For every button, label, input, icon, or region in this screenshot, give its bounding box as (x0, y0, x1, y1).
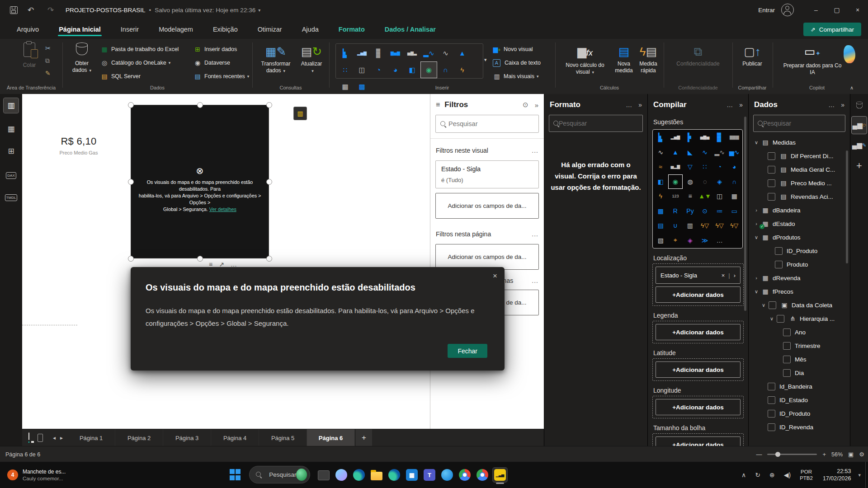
chevron-expanded-icon[interactable]: ∨ (753, 140, 760, 145)
table-view-icon[interactable]: ▦ (4, 122, 19, 136)
field-tree-item[interactable]: ▤Dif Percent Di... (749, 149, 850, 163)
tmdl-view-icon[interactable]: TMDL (4, 190, 19, 205)
qa-visual-icon[interactable]: ϟ (454, 61, 471, 78)
qa-visual-icon[interactable]: ϟ (653, 189, 668, 204)
selected-map-visual[interactable]: ⊗ Os visuais do mapa e do mapa preenchid… (131, 105, 269, 258)
dialog-close-icon[interactable]: × (493, 272, 497, 281)
ai-funnel-icon[interactable]: ϟ▽ (698, 218, 712, 233)
add-data-button[interactable]: +Adicionar dados (656, 436, 741, 446)
filter-card-estado-sigla[interactable]: Estado - Sigla é (Tudo) (435, 160, 539, 188)
text-box-button[interactable]: A Caixa de texto (493, 58, 541, 68)
refresh-button[interactable]: ▤↻ Atualizar ▾ (296, 42, 327, 75)
line-stacked-column-chart-icon[interactable]: ▅∿ (727, 145, 742, 160)
menu-dados-analisar[interactable]: Dados / Analisar (384, 22, 437, 37)
minimize-button[interactable]: – (806, 0, 826, 20)
clustered-column-chart-icon[interactable]: ▅▇▅ (698, 130, 712, 145)
format-search-box[interactable] (549, 115, 643, 132)
excel-workbook-button[interactable]: ▦ Pasta de trabalho do Excel (100, 44, 179, 54)
100-stacked-bar-chart-icon[interactable]: ▇▇▇ (712, 130, 727, 145)
azure-map-icon[interactable]: ◈ (712, 174, 727, 189)
zoom-out-icon[interactable]: — (756, 451, 762, 458)
table-icon[interactable]: ▦ (337, 78, 354, 95)
field-tree-item[interactable]: ID_Revenda (749, 420, 850, 434)
news-widget[interactable]: 4 Manchete de es... Cauly comemor... (7, 469, 66, 481)
donut-chart-icon[interactable]: ◕ (387, 61, 404, 78)
clustered-bar-chart-icon[interactable]: ▃▆▃ (683, 130, 698, 145)
save-icon[interactable] (10, 6, 18, 14)
stacked-bar-chart-icon[interactable]: ▂▅▇ (337, 45, 354, 61)
resize-handle[interactable] (266, 256, 272, 262)
field-tree-item[interactable]: ›▦dRevenda (749, 271, 850, 285)
filled-map-icon[interactable]: ◍ (683, 174, 698, 189)
field-chip[interactable]: Estado - Sigla×|› (656, 267, 741, 284)
maximize-button[interactable]: ▢ (826, 0, 847, 20)
data-search-input[interactable] (762, 119, 846, 127)
kpi-icon[interactable]: ▲▼ (698, 189, 712, 204)
field-tree-item[interactable]: Trimestre (749, 339, 850, 352)
page-tab-2[interactable]: Página 2 (115, 429, 163, 446)
field-checkbox[interactable] (768, 152, 775, 160)
ai-area-funnel-icon[interactable]: ϟ▽ (712, 218, 727, 233)
dialog-close-button[interactable]: Fechar (448, 344, 487, 358)
copilot-app-icon[interactable] (334, 468, 349, 482)
title-dropdown-icon[interactable]: ▾ (258, 8, 260, 13)
account-avatar[interactable] (781, 4, 794, 16)
waterfall-chart-icon[interactable]: ▅▂▇ (668, 160, 683, 174)
transform-data-button[interactable]: ▦✎ Transformar dados▾ (258, 42, 294, 75)
add-data-button[interactable]: +Adicionar dados (656, 324, 741, 340)
field-checkbox[interactable] (768, 410, 775, 418)
get-data-button[interactable]: Obter dados▾ (68, 42, 96, 74)
remove-field-icon[interactable]: × (722, 272, 725, 279)
ai-filter-funnel-icon[interactable]: ϟ▽ (727, 218, 742, 233)
paste-button[interactable]: Colar (17, 42, 42, 69)
network-icon[interactable]: ⊕ (765, 471, 779, 479)
gallery-expand-icon[interactable]: ▾ (484, 57, 487, 63)
cut-icon[interactable]: ✂ (45, 44, 51, 52)
line-clustered-column-chart-icon[interactable]: ▂∿ (420, 45, 437, 61)
zoom-slider[interactable] (767, 454, 817, 455)
add-data-fields-button[interactable]: Adicionar os campos de da... (435, 193, 539, 219)
clock[interactable]: 22:53 17/02/2026 (817, 468, 857, 482)
teams-icon[interactable]: T (422, 468, 437, 482)
taskbar-search[interactable]: Pesquisar (249, 466, 310, 483)
add-data-button[interactable]: +Adicionar dados (656, 361, 741, 378)
field-checkbox[interactable] (775, 247, 783, 255)
field-checkbox[interactable] (768, 383, 775, 390)
add-data-button[interactable]: +Adicionar dados (656, 286, 741, 303)
collapse-ribbon-icon[interactable]: ∧ (850, 85, 854, 91)
power-automate-icon[interactable]: ≫ (698, 233, 712, 248)
field-tree-item[interactable]: ›▦dBandeira (749, 203, 850, 217)
desktop-layout-icon[interactable] (28, 433, 29, 443)
share-button[interactable]: ⇗ Compartilhar (803, 23, 861, 36)
slicer-icon[interactable]: ◫ (354, 61, 370, 78)
field-checkbox[interactable] (768, 423, 775, 431)
field-checkbox[interactable] (768, 396, 775, 404)
tray-expand-icon[interactable]: ∧ (737, 471, 750, 479)
field-tree-item[interactable]: ▤Revendas Aci... (749, 190, 850, 203)
chrome-browser-icon[interactable] (458, 468, 472, 482)
next-page-icon[interactable]: ▸ (60, 435, 63, 441)
kpi-card-visual[interactable]: R$ 6,10 Preco Medio Gas (29, 136, 128, 155)
add-page-button[interactable]: + (356, 429, 372, 446)
section-more-icon[interactable]: ... (532, 277, 538, 284)
menu-ajuda[interactable]: Ajuda (301, 22, 320, 37)
field-options-icon[interactable]: › (734, 272, 736, 279)
pie-chart-icon[interactable]: ◔ (712, 160, 727, 174)
chrome-browser-2-icon[interactable] (475, 468, 490, 482)
field-checkbox[interactable] (783, 356, 791, 363)
gauge-icon[interactable]: ∩ (437, 61, 454, 78)
card-visual-icon[interactable]: 123 (668, 189, 683, 204)
format-search-input[interactable] (558, 119, 642, 127)
data-search-box[interactable] (753, 115, 845, 132)
more-visuals-button[interactable]: ▥ Mais visuais▾ (493, 71, 539, 81)
resize-handle[interactable] (128, 179, 134, 185)
report-view-icon[interactable]: ▥ (4, 98, 19, 113)
resize-handle[interactable] (197, 102, 203, 108)
stacked-area-chart-icon[interactable]: ◣ (683, 145, 698, 160)
matrix-icon[interactable]: ▩ (354, 78, 370, 95)
menu-inserir[interactable]: Inserir (120, 22, 140, 37)
page-tab-3[interactable]: Página 3 (163, 429, 211, 446)
dataverse-button[interactable]: ◉ Dataverse (193, 58, 230, 68)
line-chart-icon[interactable]: ∿ (653, 145, 668, 160)
goals-icon[interactable]: ∪ (668, 218, 683, 233)
